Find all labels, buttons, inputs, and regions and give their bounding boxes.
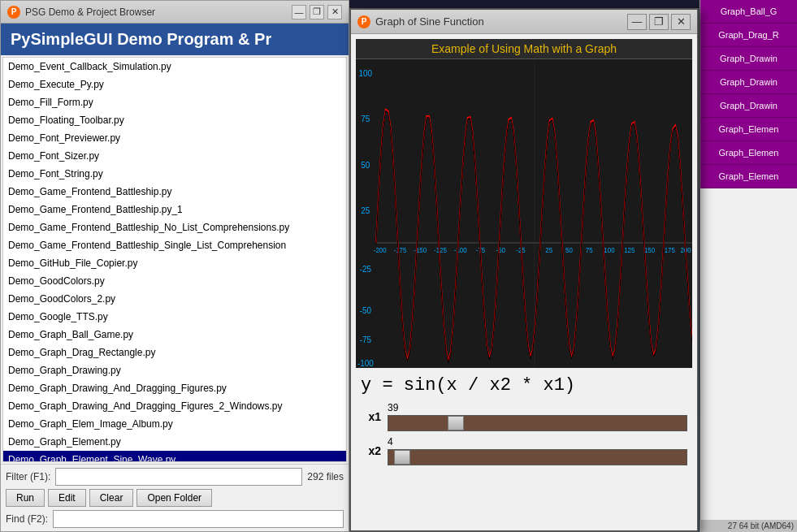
graph-window-icon: P <box>357 15 370 28</box>
edit-button[interactable]: Edit <box>48 489 86 507</box>
graph-close-btn[interactable]: ✕ <box>671 14 691 30</box>
browser-close-btn[interactable]: ✕ <box>327 5 342 19</box>
svg-text:25: 25 <box>361 206 370 215</box>
sidebar-demo-button[interactable]: Graph_Drag_R <box>700 24 797 47</box>
open-folder-button[interactable]: Open Folder <box>136 489 212 507</box>
svg-text:-50: -50 <box>360 306 372 315</box>
file-list-item[interactable]: Demo_Font_Sizer.py <box>3 147 346 165</box>
graph-titlebar: P Graph of Sine Function — ❐ ✕ <box>351 10 697 34</box>
svg-text:50: 50 <box>565 247 573 254</box>
file-list-item[interactable]: Demo_Game_Frontend_Battleship_No_List_Co… <box>3 218 346 236</box>
x2-value: 4 <box>388 436 687 448</box>
action-buttons: Run Edit Clear Open Folder <box>6 489 344 507</box>
run-button[interactable]: Run <box>6 489 45 507</box>
desktop: P PSG Demo & Project Browser — ❐ ✕ PySim… <box>0 0 797 532</box>
graph-window-title: Graph of Sine Function <box>375 15 484 28</box>
browser-restore-btn[interactable]: ❐ <box>310 5 324 19</box>
svg-text:-100: -100 <box>454 247 467 254</box>
file-list-item[interactable]: Demo_Graph_Element_Sine_Wave.py <box>3 451 346 462</box>
file-list-container: Demo_Event_Callback_Simulation.pyDemo_Ex… <box>1 55 349 464</box>
svg-text:-50: -50 <box>496 247 506 254</box>
svg-text:175: 175 <box>665 247 676 254</box>
file-list-item[interactable]: Demo_GoodColors.py <box>3 272 346 290</box>
find-label: Find (F2): <box>6 513 48 525</box>
svg-text:-25: -25 <box>360 265 372 274</box>
browser-window: P PSG Demo & Project Browser — ❐ ✕ PySim… <box>0 0 349 532</box>
svg-text:50: 50 <box>361 160 370 169</box>
file-list-item[interactable]: Demo_Graph_Drawing_And_Dragging_Figures_… <box>3 397 346 415</box>
file-list-item[interactable]: Demo_Graph_Ball_Game.py <box>3 326 346 344</box>
filter-label: Filter (F1): <box>6 471 50 482</box>
sidebar-demo-button[interactable]: Graph_Drawin <box>700 71 797 94</box>
clear-button[interactable]: Clear <box>89 489 134 507</box>
browser-minimize-btn[interactable]: — <box>292 5 306 19</box>
graph-canvas-area: Example of Using Math with a Graph 100 7… <box>356 39 692 364</box>
x2-slider-container: 4 <box>388 436 687 465</box>
browser-header-title: PySimpleGUI Demo Program & Pr <box>1 24 349 55</box>
x1-value: 39 <box>388 402 687 413</box>
x2-slider-track[interactable] <box>388 449 687 465</box>
formula-area: y = sin(x / x2 * x1) x1 39 x2 4 <box>351 369 697 477</box>
file-list-item[interactable]: Demo_Graph_Elem_Image_Album.py <box>3 415 346 433</box>
file-list-item[interactable]: Demo_GitHub_File_Copier.py <box>3 254 346 272</box>
sidebar-demo-button[interactable]: Graph_Drawin <box>700 94 797 118</box>
file-list-item[interactable]: Demo_Game_Frontend_Battleship_Single_Lis… <box>3 236 346 254</box>
svg-text:-100: -100 <box>357 359 374 368</box>
file-list-item[interactable]: Demo_Game_Frontend_Battleship.py <box>3 183 346 201</box>
status-bar: 27 64 bit (AMD64) <box>700 520 797 532</box>
right-sidebar: Graph_Ball_GGraph_Drag_RGraph_DrawinGrap… <box>700 0 797 532</box>
x2-slider-row: x2 4 <box>361 436 687 465</box>
svg-text:-175: -175 <box>394 247 407 254</box>
file-list-item[interactable]: Demo_Graph_Drawing_And_Dragging_Figures.… <box>3 379 346 397</box>
svg-text:-75: -75 <box>360 335 372 344</box>
file-list-item[interactable]: Demo_GoodColors_2.py <box>3 290 346 308</box>
graph-chart-title: Example of Using Math with a Graph <box>356 39 692 59</box>
graph-title-buttons: — ❐ ✕ <box>627 14 691 30</box>
sidebar-demo-button[interactable]: Graph_Elemen <box>700 141 797 165</box>
filter-input[interactable] <box>55 468 302 486</box>
sidebar-demo-button[interactable]: Graph_Elemen <box>700 118 797 141</box>
file-list-item[interactable]: Demo_Graph_Drag_Rectangle.py <box>3 344 346 361</box>
svg-text:-150: -150 <box>414 247 427 254</box>
find-input[interactable] <box>53 510 344 528</box>
sidebar-demo-button[interactable]: Graph_Ball_G <box>700 0 797 24</box>
svg-text:150: 150 <box>644 247 656 254</box>
x2-slider-thumb[interactable] <box>394 450 410 465</box>
svg-text:100: 100 <box>359 68 373 77</box>
svg-text:25: 25 <box>545 247 552 254</box>
file-list-item[interactable]: Demo_Graph_Element.py <box>3 433 346 451</box>
x1-slider-thumb[interactable] <box>448 416 464 430</box>
file-list-item[interactable]: Demo_Google_TTS.py <box>3 308 346 326</box>
browser-title-buttons: — ❐ ✕ <box>292 5 342 19</box>
find-row: Find (F2): <box>6 510 344 528</box>
formula-display: y = sin(x / x2 * x1) <box>361 375 687 396</box>
sidebar-demo-button[interactable]: Graph_Drawin <box>700 47 797 71</box>
svg-text:-125: -125 <box>434 247 447 254</box>
graph-minimize-btn[interactable]: — <box>627 14 647 30</box>
file-list-item[interactable]: Demo_Floating_Toolbar.py <box>3 111 346 129</box>
filter-row: Filter (F1): 292 files <box>6 468 344 486</box>
file-list-item[interactable]: Demo_Game_Frontend_Battleship.py_1 <box>3 201 346 218</box>
browser-window-icon: P <box>7 6 20 19</box>
browser-window-title: PSG Demo & Project Browser <box>25 6 155 18</box>
graph-restore-btn[interactable]: ❐ <box>649 14 669 30</box>
svg-text:100: 100 <box>604 247 615 254</box>
svg-text:75: 75 <box>586 247 593 254</box>
file-count: 292 files <box>307 471 344 482</box>
file-list-item[interactable]: Demo_Event_Callback_Simulation.py <box>3 58 346 76</box>
file-list-item[interactable]: Demo_Execute_Py.py <box>3 76 346 93</box>
x1-slider-track[interactable] <box>388 415 687 431</box>
file-list-item[interactable]: Demo_Fill_Form.py <box>3 93 346 111</box>
bottom-bar: Filter (F1): 292 files Run Edit Clear Op… <box>1 464 349 531</box>
sidebar-demo-button[interactable]: Graph_Elemen <box>700 165 797 188</box>
graph-svg: 100 75 50 25 -25 -50 -75 -100 -200 -175 … <box>356 59 692 368</box>
x1-label: x1 <box>361 410 381 423</box>
file-list[interactable]: Demo_Event_Callback_Simulation.pyDemo_Ex… <box>2 57 347 462</box>
x2-label: x2 <box>361 444 381 457</box>
svg-text:-200: -200 <box>374 247 387 254</box>
file-list-item[interactable]: Demo_Font_String.py <box>3 165 346 183</box>
file-list-item[interactable]: Demo_Font_Previewer.py <box>3 129 346 147</box>
file-list-item[interactable]: Demo_Graph_Drawing.py <box>3 361 346 379</box>
svg-text:75: 75 <box>361 115 370 123</box>
svg-text:125: 125 <box>624 247 635 254</box>
